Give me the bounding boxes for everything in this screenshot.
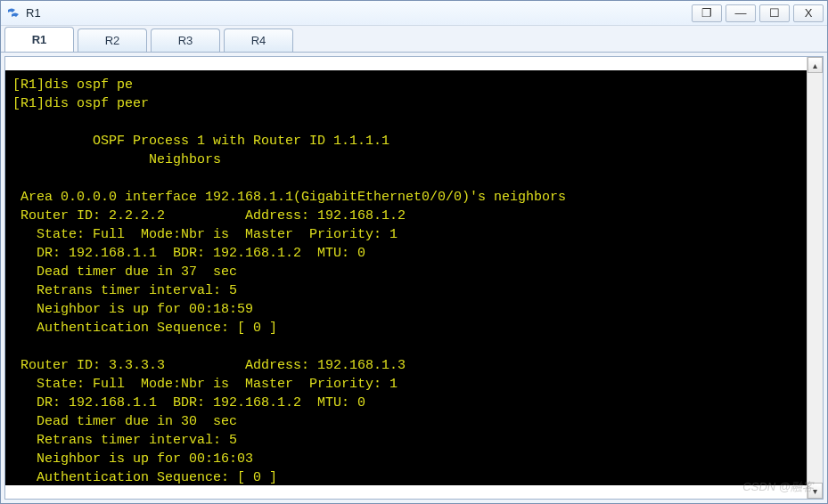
terminal-panel: [R1]dis ospf pe [R1]dis ospf peer OSPF P… xyxy=(4,56,824,500)
scroll-up-button[interactable]: ▴ xyxy=(808,57,823,73)
tab-label: R4 xyxy=(251,34,266,47)
tab-bar: R1 R2 R3 R4 xyxy=(1,26,827,53)
tab-r3[interactable]: R3 xyxy=(151,28,220,52)
scroll-track[interactable] xyxy=(808,73,823,483)
tab-label: R1 xyxy=(32,33,47,46)
titlebar: R1 ❐ — ☐ X xyxy=(1,1,827,26)
tab-r2[interactable]: R2 xyxy=(78,28,147,52)
popout-button[interactable]: ❐ xyxy=(692,4,722,22)
close-button[interactable]: X xyxy=(793,4,824,22)
maximize-button[interactable]: ☐ xyxy=(759,4,790,22)
tab-label: R2 xyxy=(105,34,120,47)
app-icon xyxy=(6,6,20,20)
app-window: R1 ❐ — ☐ X R1 R2 R3 R4 [R1]dis ospf pe [… xyxy=(0,0,828,504)
tab-label: R3 xyxy=(178,34,193,47)
terminal-output[interactable]: [R1]dis ospf pe [R1]dis ospf peer OSPF P… xyxy=(5,70,807,485)
tab-r4[interactable]: R4 xyxy=(224,28,293,52)
scroll-down-button[interactable]: ▾ xyxy=(808,483,823,499)
tab-r1[interactable]: R1 xyxy=(4,27,74,52)
minimize-button[interactable]: — xyxy=(726,4,756,22)
window-title: R1 xyxy=(26,6,41,20)
scrollbar[interactable]: ▴ ▾ xyxy=(807,57,823,499)
